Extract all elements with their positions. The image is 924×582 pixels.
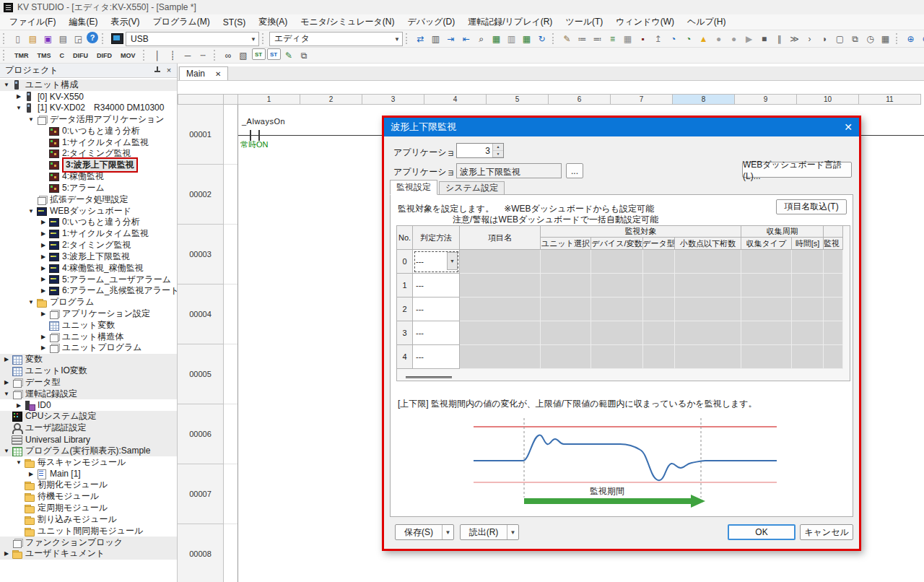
instruction-button-mov[interactable]: MOV bbox=[118, 51, 139, 60]
tree-item[interactable]: ▶ID0 bbox=[0, 399, 177, 411]
web-dashboard-language-button[interactable]: WEBダッシュボード言語(L)... bbox=[742, 162, 852, 178]
monitor-check-icon[interactable]: ▦ bbox=[489, 32, 503, 45]
expanded-arrow-icon[interactable]: ▼ bbox=[2, 391, 11, 397]
judge-method-cell[interactable]: --- bbox=[413, 321, 460, 345]
ladder-column-8[interactable]: 8 bbox=[673, 94, 735, 105]
tree-item[interactable]: ▼データ活用アプリケーション bbox=[0, 113, 177, 125]
tree-item[interactable]: ユーザ認証設定 bbox=[0, 422, 177, 434]
collapsed-arrow-icon[interactable]: ▶ bbox=[27, 471, 35, 477]
tree-item[interactable]: ▼運転記録設定 bbox=[0, 388, 177, 399]
record2-icon[interactable]: ● bbox=[727, 32, 741, 45]
tree-item[interactable]: ▶[0] KV-X550 bbox=[0, 91, 177, 103]
collapsed-arrow-icon[interactable]: ▶ bbox=[39, 287, 48, 294]
tree-item[interactable]: 初期化モジュール bbox=[0, 479, 177, 491]
collapsed-arrow-icon[interactable]: ▶ bbox=[39, 334, 48, 340]
menu-item[interactable]: ヘルプ(H) bbox=[681, 14, 733, 30]
dialog-tab-監視設定[interactable]: 監視設定 bbox=[390, 180, 437, 195]
sync-icon[interactable]: ↻ bbox=[535, 32, 549, 45]
ladder-column-11[interactable]: 11 bbox=[859, 94, 921, 105]
instruction-button-difu[interactable]: DIFU bbox=[70, 51, 91, 60]
tree-item[interactable]: ▶データ型 bbox=[0, 377, 177, 388]
ladder-column-10[interactable]: 10 bbox=[797, 94, 859, 105]
tree-item[interactable]: 1:サイクルタイム監視 bbox=[0, 136, 177, 148]
contact-icon[interactable]: │ bbox=[151, 48, 165, 62]
zoom-out-icon[interactable]: ⊖ bbox=[919, 32, 924, 45]
verify-icon[interactable]: ⌕ bbox=[474, 32, 488, 45]
tree-item[interactable]: ▼WEBダッシュボード bbox=[0, 205, 177, 217]
ladder-column-6[interactable]: 6 bbox=[549, 94, 611, 105]
tree-item[interactable]: 4:稼働監視 bbox=[0, 171, 177, 183]
tree-item[interactable]: ▶0:いつもと違う分析 bbox=[0, 217, 177, 228]
ladder-row-number[interactable]: 00005 bbox=[178, 344, 223, 404]
import-item-names-button[interactable]: 項目名取込(T) bbox=[776, 199, 847, 214]
dashline-icon[interactable]: ┄ bbox=[196, 48, 210, 62]
hline-icon[interactable]: ─ bbox=[181, 48, 195, 62]
app-name-input[interactable]: 波形上下限監視 bbox=[456, 163, 562, 178]
menu-item[interactable]: 表示(V) bbox=[104, 14, 146, 30]
collapsed-arrow-icon[interactable]: ▶ bbox=[39, 310, 48, 317]
window-icon[interactable]: ▢ bbox=[833, 32, 847, 45]
pencil-icon[interactable]: ✎ bbox=[560, 32, 574, 45]
save-button[interactable]: 保存(S) ▼ bbox=[395, 524, 454, 540]
ladder-row-number[interactable]: 00003 bbox=[178, 225, 223, 285]
tree-item[interactable]: ▶ユニット構造体 bbox=[0, 331, 177, 342]
spin-down-icon[interactable]: ▼ bbox=[493, 151, 503, 158]
tree-item[interactable]: ▶4:稼働監視_稼働監視 bbox=[0, 262, 177, 274]
tree-item[interactable]: CPUシステム設定 bbox=[0, 411, 177, 422]
step-icon[interactable]: › bbox=[803, 32, 816, 45]
tree-item[interactable]: ▼プログラム(実行順表示):Sample bbox=[0, 446, 177, 457]
read-plc-icon[interactable]: ⇤ bbox=[459, 32, 473, 45]
ladder-column-1[interactable]: 1 bbox=[238, 94, 300, 105]
menu-item[interactable]: プログラム(M) bbox=[146, 14, 216, 30]
ladder-row-number[interactable]: 00007 bbox=[178, 464, 223, 524]
tab-main[interactable]: Main ✕ bbox=[179, 66, 228, 80]
tree-item[interactable]: ▶6:アラーム_兆候監視アラート bbox=[0, 285, 177, 297]
cancel-button[interactable]: キャンセル bbox=[800, 524, 853, 540]
ladder-row-number[interactable]: 00004 bbox=[178, 285, 223, 344]
tree-item[interactable]: ▶変数 bbox=[0, 354, 177, 365]
open-folder-icon[interactable]: ▤ bbox=[26, 32, 40, 45]
close-icon[interactable]: ✕ bbox=[844, 121, 853, 133]
menu-item[interactable]: モニタ/シミュレータ(N) bbox=[294, 14, 401, 30]
mode-combo[interactable]: エディタ ▼ bbox=[269, 32, 403, 46]
tree-item[interactable]: ▶2:タイミング監視 bbox=[0, 240, 177, 251]
collapsed-arrow-icon[interactable]: ▶ bbox=[14, 93, 23, 100]
print-icon[interactable]: ▤ bbox=[56, 32, 70, 45]
menu-item[interactable]: ウィンドウ(W) bbox=[609, 14, 681, 30]
expanded-arrow-icon[interactable]: ▼ bbox=[14, 459, 23, 466]
pause-icon[interactable]: ∥ bbox=[772, 32, 786, 45]
print-preview-icon[interactable]: ◲ bbox=[71, 32, 85, 45]
browse-button[interactable]: ... bbox=[566, 163, 583, 178]
close-icon[interactable]: × bbox=[163, 65, 175, 76]
stop-icon[interactable]: ■ bbox=[757, 32, 771, 45]
timer-green-icon[interactable]: ◔ bbox=[681, 32, 695, 45]
pc-comment-icon[interactable]: ▥ bbox=[429, 32, 443, 45]
hoist-icon[interactable]: ↥ bbox=[651, 32, 665, 45]
tree-item[interactable]: ユニット変数 bbox=[0, 319, 177, 331]
edit-table-icon[interactable]: ✎ bbox=[282, 48, 296, 62]
dialog-titlebar[interactable]: 波形上下限監視 ✕ bbox=[384, 118, 859, 136]
ladder-column-4[interactable]: 4 bbox=[424, 94, 487, 105]
instruction-button-difd[interactable]: DIFD bbox=[94, 51, 115, 60]
registration-icon[interactable]: ▪ bbox=[636, 32, 650, 45]
chevron-down-icon[interactable]: ▼ bbox=[442, 525, 453, 539]
ok-button[interactable]: OK bbox=[728, 524, 796, 540]
close-icon[interactable]: ✕ bbox=[215, 70, 221, 78]
half-circle-icon[interactable]: ◗ bbox=[818, 32, 832, 45]
st-green-icon[interactable]: ST bbox=[252, 48, 266, 60]
menu-item[interactable]: ツール(T) bbox=[559, 14, 609, 30]
new-file-icon[interactable]: ▯ bbox=[11, 32, 25, 45]
play-icon[interactable]: ▶ bbox=[742, 32, 756, 45]
tree-item[interactable]: ▶アプリケーション設定 bbox=[0, 308, 177, 320]
timer-blue-icon[interactable]: ◔ bbox=[666, 32, 680, 45]
judge-method-cell[interactable]: --- bbox=[413, 274, 460, 297]
read-button[interactable]: 読出(R) ▼ bbox=[460, 524, 519, 540]
tree-item[interactable]: 定周期モジュール bbox=[0, 503, 177, 514]
instruction-button-tmr[interactable]: TMR bbox=[12, 51, 32, 60]
collapsed-arrow-icon[interactable]: ▶ bbox=[2, 379, 11, 386]
tree-item[interactable]: ▶ユニットプログラム bbox=[0, 342, 177, 354]
device-list2-icon[interactable]: ≕ bbox=[590, 32, 604, 45]
sheets-icon[interactable]: ▥ bbox=[505, 32, 518, 45]
tree-item[interactable]: ファンクションブロック bbox=[0, 537, 177, 548]
monitor-alert-icon[interactable]: ▲ bbox=[697, 32, 710, 45]
